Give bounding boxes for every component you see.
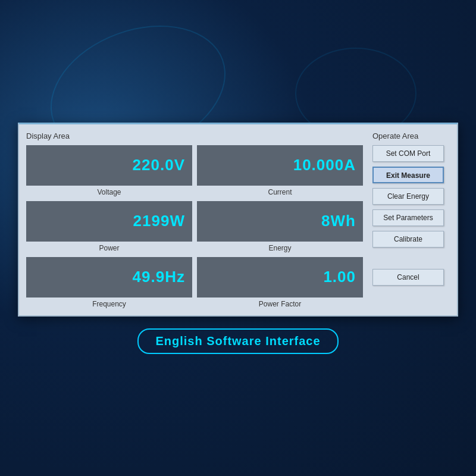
display-area-label: Display Area (26, 131, 363, 140)
meter-cell-power-factor: 1.00 Power Factor (197, 257, 363, 308)
meter-cell-power: 2199W Power (26, 201, 192, 252)
meter-cell-frequency: 49.9Hz Frequency (26, 257, 192, 308)
voltage-value: 220.0V (133, 156, 185, 174)
set-parameters-button[interactable]: Set Parameters (372, 209, 444, 226)
power-value: 2199W (133, 212, 185, 230)
meter-display-energy: 8Wh (197, 201, 363, 242)
exit-measure-button[interactable]: Exit Measure (372, 167, 444, 183)
meters-grid: 220.0V Voltage 10.000A Current 2199W (26, 145, 363, 308)
clear-energy-button[interactable]: Clear Energy (372, 188, 444, 205)
dialog-window: Display Area 220.0V Voltage 10.000A Curr… (18, 123, 458, 317)
meter-display-current: 10.000A (197, 145, 363, 186)
calibrate-button[interactable]: Calibrate (372, 231, 444, 248)
meter-display-frequency: 49.9Hz (26, 257, 192, 298)
energy-value: 8Wh (321, 212, 356, 230)
meter-display-voltage: 220.0V (26, 145, 192, 186)
voltage-label: Voltage (97, 188, 121, 196)
meter-cell-current: 10.000A Current (197, 145, 363, 196)
meter-display-power-factor: 1.00 (197, 257, 363, 298)
footer-wrapper: English Software Interface (137, 328, 338, 354)
footer-label: English Software Interface (137, 328, 338, 354)
frequency-label: Frequency (92, 300, 126, 308)
operate-area-label: Operate Area (372, 131, 450, 140)
current-value: 10.000A (293, 156, 356, 174)
display-area: Display Area 220.0V Voltage 10.000A Curr… (26, 131, 363, 308)
content-wrapper: Display Area 220.0V Voltage 10.000A Curr… (0, 0, 476, 476)
button-spacer (372, 252, 450, 264)
cancel-button[interactable]: Cancel (372, 269, 444, 286)
operate-area: Operate Area Set COM Port Exit Measure C… (372, 131, 450, 308)
operate-buttons: Set COM Port Exit Measure Clear Energy S… (372, 145, 450, 286)
power-label: Power (99, 244, 119, 252)
power-factor-label: Power Factor (259, 300, 301, 308)
meter-cell-energy: 8Wh Energy (197, 201, 363, 252)
frequency-value: 49.9Hz (133, 268, 185, 286)
meter-cell-voltage: 220.0V Voltage (26, 145, 192, 196)
energy-label: Energy (268, 244, 291, 252)
meter-display-power: 2199W (26, 201, 192, 242)
current-label: Current (268, 188, 292, 196)
set-com-port-button[interactable]: Set COM Port (372, 145, 444, 162)
power-factor-value: 1.00 (323, 268, 356, 286)
